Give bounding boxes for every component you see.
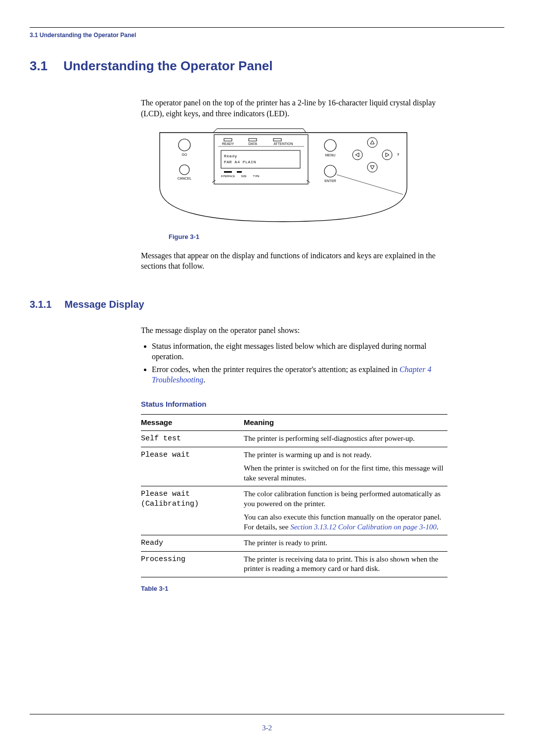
size-label: SIZE <box>241 175 247 178</box>
message-cell: Ready <box>141 535 244 552</box>
meaning-text: The color calibration function is being … <box>244 490 441 508</box>
svg-point-13 <box>324 165 336 177</box>
intro-paragraph: The operator panel on the top of the pri… <box>141 97 447 119</box>
svg-point-1 <box>179 165 189 175</box>
subsection-title: Message Display <box>64 299 144 310</box>
attention-label: ATTENTION <box>273 142 293 145</box>
meaning-cell: The printer is warming up and is not rea… <box>244 447 447 486</box>
enter-label: ENTER <box>324 179 336 183</box>
message-cell: Please wait (Calibrating) <box>141 486 244 535</box>
subsection-heading: 3.1.1 Message Display <box>30 299 504 310</box>
svg-point-15 <box>353 150 362 160</box>
help-icon: ? <box>397 153 399 156</box>
interface-label: INTERFACE <box>221 175 235 178</box>
svg-point-16 <box>382 150 392 160</box>
lcd-line1: Ready <box>224 154 237 158</box>
list-item: Status information, the eight messages l… <box>152 341 447 362</box>
status-information-heading: Status Information <box>141 399 447 409</box>
page-footer: 3-2 <box>30 714 504 732</box>
table-row: Self test The printer is performing self… <box>141 431 447 447</box>
meaning-cell: The printer is receiving data to print. … <box>244 551 447 577</box>
svg-rect-5 <box>273 139 281 141</box>
list-item: Error codes, when the printer requires t… <box>152 364 447 385</box>
figure-caption: Figure 3-1 <box>169 233 412 241</box>
svg-rect-7 <box>221 150 300 168</box>
message-cell: Self test <box>141 431 244 447</box>
subsection-number: 3.1.1 <box>30 299 51 310</box>
operator-panel-svg: GO CANCEL READY DATA ATTENTION Ready <box>155 128 412 227</box>
meaning-cell: The printer is ready to print. <box>244 535 447 552</box>
svg-point-12 <box>324 140 336 151</box>
subsection-intro: The message display on the operator pane… <box>141 325 447 336</box>
type-label: TYPE <box>253 175 260 178</box>
bullet-1-text: Status information, the eight messages l… <box>152 342 426 361</box>
svg-rect-8 <box>224 171 232 173</box>
svg-rect-9 <box>237 171 242 173</box>
bullet-2-text-b: . <box>203 376 205 384</box>
bullet-2-text-a: Error codes, when the printer requires t… <box>152 365 400 374</box>
section-number: 3.1 <box>30 58 47 74</box>
table-caption: Table 3-1 <box>141 584 447 593</box>
meaning-extra: When the printer is switched on for the … <box>244 464 444 483</box>
table-row: Please wait (Calibrating) The color cali… <box>141 486 447 535</box>
running-head: 3.1 Understanding the Operator Panel <box>30 32 504 39</box>
message-cell: Processing <box>141 551 244 577</box>
section-heading: 3.1 Understanding the Operator Panel <box>30 58 504 74</box>
section-title: Understanding the Operator Panel <box>63 58 272 74</box>
go-label: GO <box>182 153 187 156</box>
lcd-line2: PAR A4 PLAIN <box>224 160 256 164</box>
calibration-link[interactable]: Section 3.13.12 Color Calibration on pag… <box>290 523 437 531</box>
svg-point-14 <box>367 138 377 147</box>
menu-label: MENU <box>325 153 336 157</box>
svg-rect-4 <box>249 139 257 141</box>
svg-point-0 <box>178 139 190 151</box>
ready-label: READY <box>222 142 234 145</box>
after-figure-paragraph: Messages that appear on the display and … <box>141 250 447 272</box>
data-label: DATA <box>248 142 257 145</box>
meaning-cell: The printer is performing self-diagnosti… <box>244 431 447 447</box>
cancel-label: CANCEL <box>178 177 192 180</box>
meaning-text: The printer is warming up and is not rea… <box>244 451 372 459</box>
svg-point-17 <box>367 162 377 172</box>
svg-line-18 <box>337 175 403 194</box>
meaning-cell: The color calibration function is being … <box>244 486 447 535</box>
operator-panel-figure: GO CANCEL READY DATA ATTENTION Ready <box>155 128 412 241</box>
svg-rect-3 <box>224 139 232 141</box>
bullet-list: Status information, the eight messages l… <box>152 341 447 385</box>
top-rule <box>30 27 504 28</box>
col-header-meaning: Meaning <box>244 415 447 431</box>
col-header-message: Message <box>141 415 244 431</box>
status-table: Message Meaning Self test The printer is… <box>141 414 447 577</box>
table-row: Ready The printer is ready to print. <box>141 535 447 552</box>
table-row: Processing The printer is receiving data… <box>141 551 447 577</box>
meaning-extra-b: . <box>437 523 439 531</box>
page-number: 3-2 <box>262 724 272 732</box>
table-row: Please wait The printer is warming up an… <box>141 447 447 486</box>
message-cell: Please wait <box>141 447 244 486</box>
